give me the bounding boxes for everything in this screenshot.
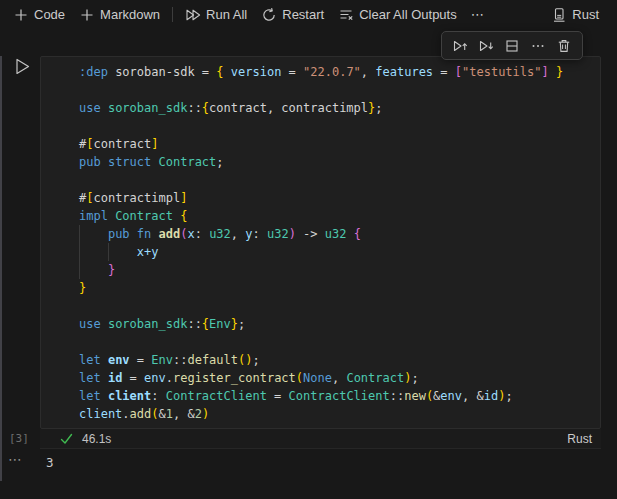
clear-all-outputs-button[interactable]: Clear All Outputs bbox=[331, 4, 464, 26]
run-all-label: Run All bbox=[206, 7, 247, 22]
execute-above-icon[interactable] bbox=[452, 38, 468, 54]
run-all-button[interactable]: Run All bbox=[178, 4, 254, 26]
code-line: } bbox=[79, 261, 600, 279]
notebook-window: Code Markdown Run All Restart Clear All bbox=[0, 0, 617, 499]
code-line: #[contractimpl] bbox=[79, 189, 600, 207]
split-cell-icon[interactable] bbox=[504, 38, 520, 54]
notebook-toolbar: Code Markdown Run All Restart Clear All bbox=[0, 0, 617, 29]
output-value: 3 bbox=[46, 455, 54, 470]
restart-label: Restart bbox=[282, 7, 324, 22]
code-line: use soroban_sdk::{contract, contractimpl… bbox=[79, 99, 600, 117]
cell-focus-bar bbox=[0, 56, 2, 481]
code-line: let id = env.register_contract(None, Con… bbox=[79, 369, 600, 387]
code-line bbox=[79, 297, 600, 315]
execution-count: [3] bbox=[9, 432, 29, 445]
code-line: pub fn add(x: u32, y: u32) -> u32 { bbox=[79, 225, 600, 243]
code-line: impl Contract { bbox=[79, 207, 600, 225]
restart-icon bbox=[261, 7, 277, 23]
execution-duration: 46.1s bbox=[82, 432, 111, 446]
check-icon bbox=[60, 433, 73, 445]
clear-all-outputs-icon bbox=[338, 7, 354, 23]
more-actions-icon: ⋯ bbox=[471, 7, 484, 22]
code-line bbox=[79, 81, 600, 99]
code-line: client.add(&1, &2) bbox=[79, 405, 600, 423]
cell-toolbar bbox=[441, 31, 583, 60]
code-line bbox=[79, 117, 600, 135]
execute-below-icon[interactable] bbox=[478, 38, 494, 54]
code-line bbox=[79, 333, 600, 351]
add-code-cell-button[interactable]: Code bbox=[6, 4, 72, 26]
toolbar-separator bbox=[172, 7, 173, 22]
plus-icon bbox=[13, 7, 29, 23]
code-line bbox=[79, 171, 600, 189]
code-line: :dep soroban-sdk = { version = "22.0.7",… bbox=[79, 63, 600, 81]
code-line: let client: ContractClient = ContractCli… bbox=[79, 387, 600, 405]
kernel-picker-button[interactable]: Rust bbox=[544, 4, 606, 26]
code-line: #[contract] bbox=[79, 135, 600, 153]
code-line: } bbox=[79, 279, 600, 297]
clear-all-outputs-label: Clear All Outputs bbox=[359, 7, 457, 22]
add-markdown-label: Markdown bbox=[100, 7, 160, 22]
code-line: let env = Env::default(); bbox=[79, 351, 600, 369]
cell-code-editor[interactable]: :dep soroban-sdk = { version = "22.0.7",… bbox=[40, 56, 601, 429]
output-collapse-button[interactable]: ⋯ bbox=[8, 451, 23, 467]
plus-icon bbox=[79, 7, 95, 23]
code-lines: :dep soroban-sdk = { version = "22.0.7",… bbox=[41, 57, 600, 423]
cell-status-bar: 46.1s Rust bbox=[40, 429, 601, 449]
restart-button[interactable]: Restart bbox=[254, 4, 331, 26]
add-code-label: Code bbox=[34, 7, 65, 22]
code-line: x+y bbox=[79, 243, 600, 261]
kernel-icon bbox=[551, 7, 567, 23]
cell-language-picker[interactable]: Rust bbox=[567, 432, 601, 446]
code-line: use soroban_sdk::{Env}; bbox=[79, 315, 600, 333]
kernel-label: Rust bbox=[572, 7, 599, 22]
add-markdown-cell-button[interactable]: Markdown bbox=[72, 4, 167, 26]
run-all-icon bbox=[185, 7, 201, 23]
code-line: pub struct Contract; bbox=[79, 153, 600, 171]
run-cell-icon[interactable] bbox=[15, 58, 31, 75]
toolbar-more-actions-button[interactable]: ⋯ bbox=[464, 4, 491, 25]
more-icon[interactable] bbox=[530, 38, 546, 54]
delete-icon[interactable] bbox=[556, 38, 572, 54]
